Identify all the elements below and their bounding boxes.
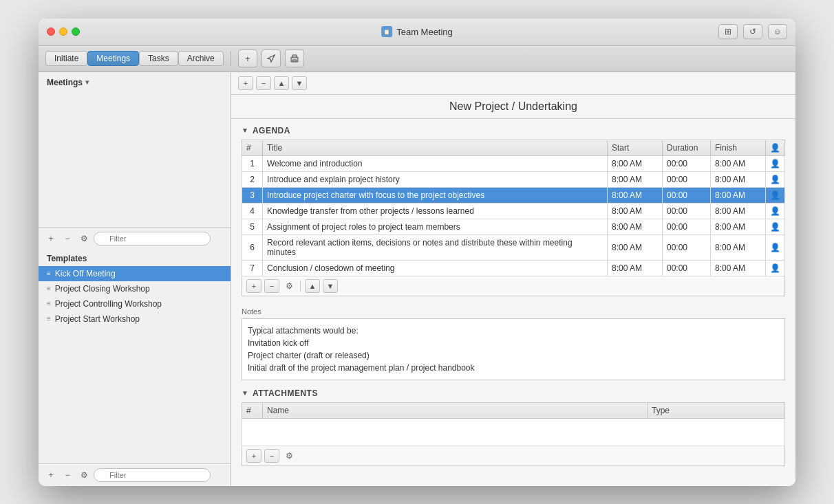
row-start: 8:00 AM bbox=[608, 219, 663, 234]
row-start: 8:00 AM bbox=[608, 171, 663, 187]
svg-rect-2 bbox=[292, 60, 297, 61]
toolbar-sep bbox=[300, 281, 301, 292]
agenda-add-btn[interactable]: + bbox=[246, 279, 261, 293]
row-finish: 8:00 AM bbox=[711, 171, 766, 187]
person-icon: 👤 bbox=[770, 263, 780, 273]
agenda-row[interactable]: 2 Introduce and explain project history … bbox=[242, 171, 785, 187]
agenda-remove-btn[interactable]: − bbox=[264, 279, 279, 293]
sidebar-gear-btn[interactable]: ⚙ bbox=[77, 232, 91, 245]
traffic-lights bbox=[47, 28, 80, 36]
meetings-filter-input[interactable] bbox=[94, 232, 211, 245]
attach-remove-btn[interactable]: − bbox=[264, 449, 279, 463]
row-finish: 8:00 AM bbox=[711, 203, 766, 219]
attachments-title: Attachments bbox=[253, 388, 318, 398]
attach-col-type: Type bbox=[648, 402, 785, 418]
sidebar-add-btn[interactable]: + bbox=[44, 232, 58, 245]
nav-btn-tasks[interactable]: Tasks bbox=[139, 51, 178, 66]
agenda-triangle[interactable]: ▼ bbox=[242, 127, 248, 134]
attachments-tbody bbox=[242, 418, 785, 446]
row-num: 7 bbox=[242, 260, 263, 276]
main-content: Meetings ▾ + − ⚙ 🔍 Templates ≡Kick Off M… bbox=[39, 72, 795, 486]
refresh-button[interactable]: ↺ bbox=[743, 24, 762, 39]
layout-button[interactable]: ⊞ bbox=[718, 24, 738, 39]
agenda-row[interactable]: 5 Assignment of project roles to project… bbox=[242, 219, 785, 234]
content-down-btn[interactable]: ▼ bbox=[292, 76, 307, 90]
row-title: Assignment of project roles to project t… bbox=[263, 219, 608, 234]
row-num: 1 bbox=[242, 155, 263, 171]
smiley-button[interactable]: ☺ bbox=[768, 24, 787, 39]
templates-filter-input[interactable] bbox=[94, 468, 211, 482]
template-item[interactable]: ≡Project Start Workshop bbox=[39, 311, 231, 327]
col-title-header: Title bbox=[263, 140, 608, 155]
attachments-table: # Name Type bbox=[242, 402, 785, 446]
print-button[interactable] bbox=[285, 50, 304, 67]
row-start: 8:00 AM bbox=[608, 260, 663, 276]
templates-header: Templates bbox=[39, 250, 231, 266]
agenda-down-btn[interactable]: ▼ bbox=[323, 279, 338, 293]
agenda-title: Agenda bbox=[253, 126, 290, 135]
attach-col-name: Name bbox=[263, 402, 648, 418]
content-add-btn[interactable]: + bbox=[238, 76, 253, 90]
notes-box[interactable]: Typical attachments would be: Invitation… bbox=[242, 318, 785, 380]
template-label: Kick Off Meeting bbox=[55, 269, 116, 278]
send-button[interactable] bbox=[261, 50, 281, 67]
templates-add-btn[interactable]: + bbox=[44, 469, 58, 481]
content-remove-btn[interactable]: − bbox=[256, 76, 271, 90]
attach-add-btn[interactable]: + bbox=[246, 449, 261, 463]
row-duration: 00:00 bbox=[663, 187, 711, 203]
nav-btn-archive[interactable]: Archive bbox=[178, 51, 224, 66]
template-item[interactable]: ≡Project Closing Workshop bbox=[39, 281, 231, 296]
template-list: ≡Kick Off Meeting≡Project Closing Worksh… bbox=[39, 266, 231, 327]
notes-section: Notes Typical attachments would be: Invi… bbox=[242, 307, 785, 380]
agenda-up-btn[interactable]: ▲ bbox=[305, 279, 320, 293]
row-person: 👤 bbox=[766, 171, 785, 187]
titlebar-center: 📋 Team Meeting bbox=[381, 26, 453, 37]
templates-remove-btn[interactable]: − bbox=[61, 469, 74, 481]
nav-btn-initiate[interactable]: Initiate bbox=[45, 51, 87, 66]
attachments-empty-row bbox=[242, 418, 785, 446]
template-icon: ≡ bbox=[47, 270, 51, 277]
template-item[interactable]: ≡Kick Off Meeting bbox=[39, 266, 231, 281]
minimize-button[interactable] bbox=[59, 28, 67, 36]
attach-col-num: # bbox=[242, 402, 263, 418]
attach-gear-btn[interactable]: ⚙ bbox=[282, 450, 296, 462]
row-start: 8:00 AM bbox=[608, 187, 663, 203]
row-num: 4 bbox=[242, 203, 263, 219]
row-finish: 8:00 AM bbox=[711, 234, 766, 260]
agenda-row[interactable]: 4 Knowledge transfer from other projects… bbox=[242, 203, 785, 219]
agenda-gear-btn[interactable]: ⚙ bbox=[282, 280, 296, 292]
row-title: Conclusion / closedown of meeting bbox=[263, 260, 608, 276]
nav-btn-meetings[interactable]: Meetings bbox=[87, 51, 139, 66]
row-title: Record relevant action items, decisions … bbox=[263, 234, 608, 260]
row-person: 👤 bbox=[766, 219, 785, 234]
content-title: New Project / Undertaking bbox=[231, 95, 795, 119]
maximize-button[interactable] bbox=[72, 28, 80, 36]
row-person: 👤 bbox=[766, 155, 785, 171]
close-button[interactable] bbox=[47, 28, 55, 36]
attachments-triangle[interactable]: ▼ bbox=[242, 389, 248, 397]
person-icon: 👤 bbox=[770, 159, 780, 168]
agenda-row[interactable]: 1 Welcome and introduction 8:00 AM 00:00… bbox=[242, 155, 785, 171]
person-icon: 👤 bbox=[770, 190, 780, 200]
add-button[interactable]: + bbox=[238, 50, 257, 67]
row-start: 8:00 AM bbox=[608, 234, 663, 260]
col-num-header: # bbox=[242, 140, 263, 155]
templates-gear-btn[interactable]: ⚙ bbox=[77, 469, 91, 481]
row-title: Introduce project charter with focus to … bbox=[263, 187, 608, 203]
template-item[interactable]: ≡Project Controlling Workshop bbox=[39, 296, 231, 311]
meetings-chevron[interactable]: ▾ bbox=[85, 78, 89, 86]
agenda-row[interactable]: 6 Record relevant action items, decision… bbox=[242, 234, 785, 260]
col-start-header: Start bbox=[608, 140, 663, 155]
attachments-table-toolbar: + − ⚙ bbox=[242, 446, 785, 466]
sidebar-remove-btn[interactable]: − bbox=[61, 232, 74, 245]
agenda-row[interactable]: 7 Conclusion / closedown of meeting 8:00… bbox=[242, 260, 785, 276]
content-up-btn[interactable]: ▲ bbox=[274, 76, 289, 90]
content-area: + − ▲ ▼ New Project / Undertaking ▼ Agen… bbox=[231, 72, 795, 486]
agenda-header: ▼ Agenda bbox=[242, 126, 785, 135]
agenda-header-row: # Title Start Duration Finish 👤 bbox=[242, 140, 785, 155]
row-finish: 8:00 AM bbox=[711, 155, 766, 171]
sidebar-meetings-toolbar: + − ⚙ 🔍 bbox=[39, 227, 231, 250]
col-finish-header: Finish bbox=[711, 140, 766, 155]
notes-label: Notes bbox=[242, 307, 785, 316]
agenda-row[interactable]: 3 Introduce project charter with focus t… bbox=[242, 187, 785, 203]
